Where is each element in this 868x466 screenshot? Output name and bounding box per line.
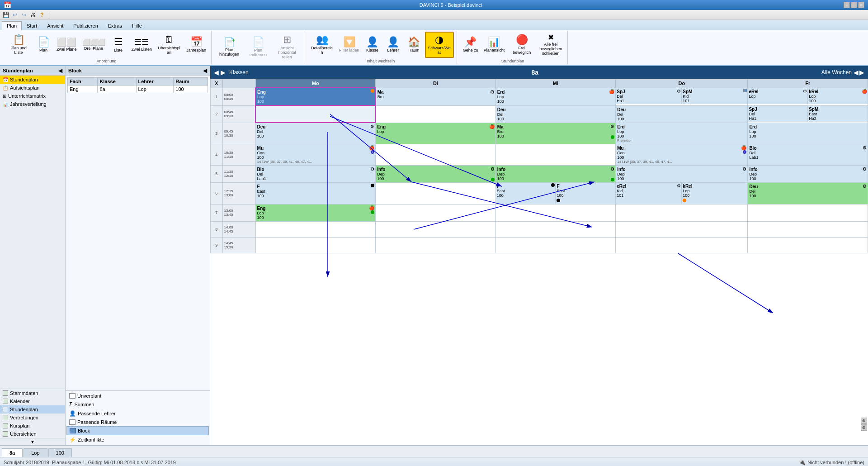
cell-7-mo[interactable]: Eng Lop 100 🍎 — [255, 204, 376, 221]
week-next-button[interactable]: ▶ — [859, 69, 864, 76]
schwarz-weiss-button[interactable]: ◑ Schwarz/Weiß — [425, 32, 454, 58]
cell-4-fr[interactable]: Bio Del Lab1 ⚙ — [748, 144, 868, 165]
nav-next-button[interactable]: ▶ — [221, 69, 226, 76]
drei-plaene-button[interactable]: ⬜⬜⬜ Drei Pläne — [80, 32, 108, 58]
detailbereich-button[interactable]: 👥 Detailbereich — [308, 32, 336, 58]
sidebar-nav-stundenplan2[interactable]: Stundenplan — [0, 405, 65, 414]
save-button[interactable]: 💾 — [2, 11, 10, 19]
zwei-listen-button[interactable]: ☰☰ Zwei Listen — [129, 32, 155, 58]
redo-button[interactable]: ↪ — [20, 11, 28, 19]
panel-item-zeitkonflikte[interactable]: ⚡ Zeitkonflikte — [66, 435, 209, 444]
cell-4-mo[interactable]: Mu Con 100 14T1W [35, 37, 39, 41, 45, 47… — [255, 144, 376, 165]
gehe-zu-button[interactable]: 📌 Gehe zu — [461, 32, 481, 58]
tab-start[interactable]: Start — [22, 21, 42, 30]
cell-9-do[interactable] — [616, 237, 748, 253]
cell-6-di[interactable] — [376, 182, 496, 204]
cell-6-fr[interactable]: Deu Del 100 ⚙ — [748, 182, 868, 204]
cell-3-mi[interactable]: Ma Bru 100 ⚙ — [495, 123, 616, 144]
cell-8-di[interactable] — [376, 221, 496, 237]
sidebar-collapse-button[interactable]: ◀ — [58, 67, 62, 74]
cell-5-do[interactable]: Info Dep 100 ⚙ — [616, 165, 748, 182]
tab-plan[interactable]: Plan — [2, 21, 22, 30]
liste-button[interactable]: ☰ Liste — [108, 32, 128, 58]
planansicht-button[interactable]: 📊 Planansicht — [481, 32, 507, 58]
sidebar-nav-kalender[interactable]: Kalender — [0, 397, 65, 405]
cell-7-mi[interactable] — [495, 204, 616, 221]
sidebar-nav-stundenplan[interactable]: 📅 Stundenplan — [0, 76, 65, 84]
nav-prev-button[interactable]: ◀ — [214, 69, 219, 76]
header-di[interactable]: Di — [376, 79, 496, 88]
cell-6-mi[interactable]: F East 100 F East 100 — [495, 182, 616, 204]
cell-2-mi[interactable]: Deu Del 100 — [495, 105, 616, 123]
panel-item-unverplant[interactable]: Unverplant — [66, 392, 209, 400]
sidebar-expand-button[interactable]: ▼ — [0, 438, 65, 445]
alle-schliessen-button[interactable]: ✖ Alle frei beweglichen schließen — [537, 32, 565, 58]
cell-8-mi[interactable] — [495, 221, 616, 237]
tab-extras[interactable]: Extras — [103, 21, 127, 30]
sidebar-nav-aufsichtsplan[interactable]: 📋 Aufsichtsplan — [0, 84, 65, 92]
header-mo[interactable]: Mo — [255, 79, 376, 88]
cell-1-fr[interactable]: eRel Lop ⚙ kRel Lop 100 🍎 — [748, 88, 868, 105]
jahresplan-button[interactable]: 📅 Jahresplan — [184, 32, 208, 58]
help-button[interactable]: ? — [38, 11, 46, 19]
cell-8-fr[interactable] — [748, 221, 868, 237]
raum-button[interactable]: 🏠 Raum — [404, 32, 424, 58]
cell-1-di[interactable]: Ma Bru ⚙ — [376, 88, 496, 105]
klasse-button[interactable]: 👤 Klasse — [363, 32, 382, 58]
tab-8a[interactable]: 8a — [2, 448, 23, 457]
plan-button[interactable]: 📄 Plan — [33, 32, 53, 58]
cell-1-do[interactable]: SpJ Del Ha1 ⚙ SpM Kid 101 — [616, 88, 748, 105]
filter-laden-button[interactable]: 🔽 Filter laden — [337, 32, 362, 58]
cell-7-fr[interactable] — [748, 204, 868, 221]
sidebar-nav-vertretungen[interactable]: Vertretungen — [0, 414, 65, 422]
sidebar-nav-unterrichtsmatrix[interactable]: ⊞ Unterrichtsmatrix — [0, 92, 65, 100]
cell-8-mo[interactable] — [255, 221, 376, 237]
ansicht-teilen-button[interactable]: ⊞ Ansicht horizontal teilen — [273, 34, 301, 60]
maximize-button[interactable]: □ — [851, 2, 857, 8]
panel-item-summen[interactable]: Σ Summen — [66, 400, 209, 409]
cell-2-fr[interactable]: SpJ Del Ha1 SpM East Ha2 — [748, 105, 868, 123]
uebersichtsplan-button[interactable]: 🗓 Übersichtsplan — [155, 32, 183, 58]
sidebar-nav-kursplan[interactable]: Kursplan — [0, 422, 65, 430]
cell-5-fr[interactable]: Info Dep 100 ⚙ — [748, 165, 868, 182]
frei-beweglich-button[interactable]: 🔴 Frei beweglich — [508, 32, 536, 58]
close-button[interactable]: × — [858, 2, 864, 8]
cell-2-di[interactable] — [376, 105, 496, 123]
cell-3-do[interactable]: Erd Lop 100 Projektor — [616, 123, 748, 144]
cell-5-mo[interactable]: Bio Del Lab1 ⚙ — [255, 165, 376, 182]
header-mi[interactable]: Mi — [495, 79, 616, 88]
cell-1-mi[interactable]: Erd Lop 100 🍎 — [495, 88, 616, 105]
sidebar-nav-uebersichten[interactable]: Übersichten — [0, 430, 65, 438]
cell-2-mo[interactable] — [255, 105, 376, 123]
lehrer-button[interactable]: 👤 Lehrer — [383, 32, 403, 58]
cell-7-di[interactable] — [376, 204, 496, 221]
week-prev-button[interactable]: ◀ — [854, 69, 859, 76]
block-table-row[interactable]: Eng 8a Lop 100 — [68, 86, 208, 93]
cell-4-do[interactable]: Mu Con 100 14T1W [35, 37, 39, 41, 45, 47… — [616, 144, 748, 165]
header-do[interactable]: Do — [616, 79, 748, 88]
block-panel-collapse-button[interactable]: ◀ — [203, 67, 207, 74]
cell-4-mi[interactable] — [495, 144, 616, 165]
tab-ansicht[interactable]: Ansicht — [42, 21, 68, 30]
undo-button[interactable]: ↩ — [11, 11, 19, 19]
tab-lop[interactable]: Lop — [24, 448, 47, 457]
cell-3-mo[interactable]: Deu Del 100 ⚙ — [255, 123, 376, 144]
panel-item-passende-raeume[interactable]: Passende Räume — [66, 418, 209, 426]
cell-3-fr[interactable]: Erd Lop 100 — [748, 123, 868, 144]
minimize-button[interactable]: − — [844, 2, 850, 8]
plan-entfernen-button[interactable]: 📄 Plan entfernen — [244, 34, 272, 60]
cell-2-do[interactable]: Deu Del 100 — [616, 105, 748, 123]
cell-4-di[interactable] — [376, 144, 496, 165]
plan-und-liste-button[interactable]: 📋 Plan und Liste — [5, 32, 33, 58]
cell-9-mi[interactable] — [495, 237, 616, 253]
cell-8-do[interactable] — [616, 221, 748, 237]
panel-item-block[interactable]: Block — [66, 426, 209, 435]
plan-hinzufuegen-button[interactable]: 📄+ Plan hinzufügen — [215, 34, 243, 60]
cell-5-di[interactable]: Info Dep 100 ⚙ — [376, 165, 496, 182]
header-fr[interactable]: Fr — [748, 79, 868, 88]
cell-3-di[interactable]: Eng Lop 🍎 — [376, 123, 496, 144]
print-button[interactable]: 🖨 — [29, 11, 37, 19]
sidebar-nav-stammdaten[interactable]: Stammdaten — [0, 389, 65, 397]
cell-9-mo[interactable] — [255, 237, 376, 253]
cell-5-mi[interactable]: Info Dep 100 ⚙ — [495, 165, 616, 182]
